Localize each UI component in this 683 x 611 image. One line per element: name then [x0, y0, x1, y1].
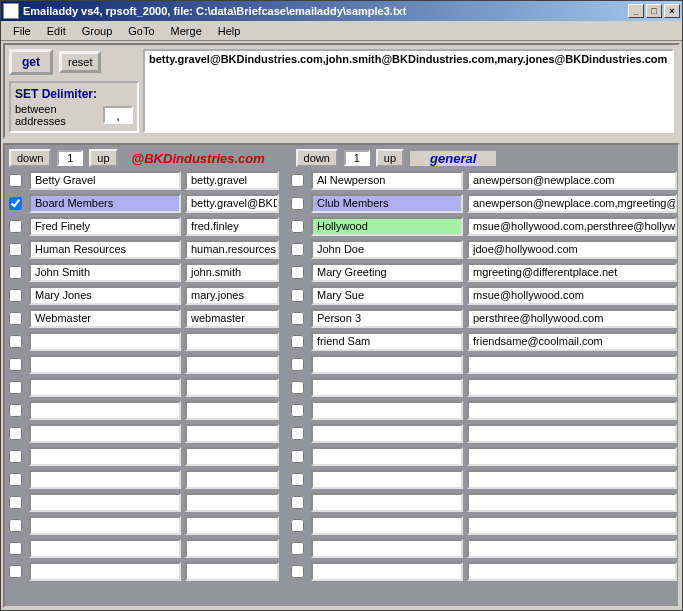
- delimiter-input[interactable]: [103, 106, 133, 124]
- row-left-name[interactable]: Board Members: [29, 194, 181, 213]
- left-down-button[interactable]: down: [9, 149, 51, 167]
- left-page-input[interactable]: [57, 150, 83, 166]
- row-right-name[interactable]: [311, 424, 463, 443]
- row-right-name[interactable]: Hollywood: [311, 217, 463, 236]
- row-left-checkbox[interactable]: [9, 496, 22, 509]
- row-left-checkbox[interactable]: [9, 565, 22, 578]
- row-right-checkbox[interactable]: [291, 450, 304, 463]
- row-right-checkbox[interactable]: [291, 220, 304, 233]
- row-right-checkbox[interactable]: [291, 381, 304, 394]
- row-right-checkbox[interactable]: [291, 404, 304, 417]
- row-left-address[interactable]: webmaster: [185, 309, 279, 328]
- row-right-address[interactable]: [467, 447, 677, 466]
- row-right-address[interactable]: friendsame@coolmail.com: [467, 332, 677, 351]
- left-up-button[interactable]: up: [89, 149, 117, 167]
- row-right-address[interactable]: anewperson@newplace.com: [467, 171, 677, 190]
- row-left-address[interactable]: [185, 539, 279, 558]
- row-left-checkbox[interactable]: [9, 197, 22, 210]
- row-left-name[interactable]: [29, 447, 181, 466]
- row-left-name[interactable]: [29, 493, 181, 512]
- row-right-checkbox[interactable]: [291, 289, 304, 302]
- row-left-name[interactable]: Webmaster: [29, 309, 181, 328]
- row-left-address[interactable]: [185, 401, 279, 420]
- row-right-address[interactable]: [467, 562, 677, 581]
- row-left-checkbox[interactable]: [9, 358, 22, 371]
- row-left-address[interactable]: human.resources: [185, 240, 279, 259]
- row-right-checkbox[interactable]: [291, 335, 304, 348]
- row-left-name[interactable]: Human Resources: [29, 240, 181, 259]
- row-right-name[interactable]: friend Sam: [311, 332, 463, 351]
- row-left-address[interactable]: [185, 378, 279, 397]
- row-left-address[interactable]: [185, 424, 279, 443]
- row-right-checkbox[interactable]: [291, 565, 304, 578]
- row-right-address[interactable]: msue@hollywood.com: [467, 286, 677, 305]
- row-right-name[interactable]: [311, 516, 463, 535]
- row-left-checkbox[interactable]: [9, 174, 22, 187]
- row-right-name[interactable]: [311, 539, 463, 558]
- row-left-checkbox[interactable]: [9, 220, 22, 233]
- right-down-button[interactable]: down: [296, 149, 338, 167]
- close-button[interactable]: ×: [664, 4, 680, 18]
- row-left-name[interactable]: [29, 332, 181, 351]
- row-right-name[interactable]: Club Members: [311, 194, 463, 213]
- row-left-checkbox[interactable]: [9, 404, 22, 417]
- row-left-address[interactable]: [185, 332, 279, 351]
- row-right-name[interactable]: John Doe: [311, 240, 463, 259]
- row-left-name[interactable]: [29, 401, 181, 420]
- row-right-checkbox[interactable]: [291, 266, 304, 279]
- row-right-name[interactable]: [311, 562, 463, 581]
- menu-edit[interactable]: Edit: [39, 23, 74, 39]
- menu-merge[interactable]: Merge: [163, 23, 210, 39]
- row-right-address[interactable]: [467, 516, 677, 535]
- row-right-address[interactable]: anewperson@newplace.com,mgreeting@dif: [467, 194, 677, 213]
- row-left-address[interactable]: betty.gravel@BKDi: [185, 194, 279, 213]
- row-left-address[interactable]: [185, 355, 279, 374]
- minimize-button[interactable]: _: [628, 4, 644, 18]
- row-right-name[interactable]: Mary Sue: [311, 286, 463, 305]
- row-right-address[interactable]: msue@hollywood.com,persthree@hollywood: [467, 217, 677, 236]
- row-right-name[interactable]: Mary Greeting: [311, 263, 463, 282]
- row-left-name[interactable]: [29, 424, 181, 443]
- row-right-name[interactable]: [311, 447, 463, 466]
- row-right-checkbox[interactable]: [291, 519, 304, 532]
- row-left-name[interactable]: [29, 562, 181, 581]
- row-left-address[interactable]: fred.finley: [185, 217, 279, 236]
- right-page-input[interactable]: [344, 150, 370, 166]
- menu-file[interactable]: File: [5, 23, 39, 39]
- row-right-checkbox[interactable]: [291, 473, 304, 486]
- row-right-checkbox[interactable]: [291, 496, 304, 509]
- row-right-address[interactable]: [467, 378, 677, 397]
- row-right-name[interactable]: [311, 493, 463, 512]
- row-left-checkbox[interactable]: [9, 427, 22, 440]
- row-left-address[interactable]: mary.jones: [185, 286, 279, 305]
- get-button[interactable]: get: [9, 49, 53, 75]
- row-right-address[interactable]: [467, 493, 677, 512]
- row-right-name[interactable]: [311, 378, 463, 397]
- row-left-checkbox[interactable]: [9, 312, 22, 325]
- row-left-checkbox[interactable]: [9, 289, 22, 302]
- row-left-name[interactable]: Fred Finely: [29, 217, 181, 236]
- row-left-checkbox[interactable]: [9, 381, 22, 394]
- row-right-address[interactable]: [467, 539, 677, 558]
- row-left-checkbox[interactable]: [9, 450, 22, 463]
- row-left-name[interactable]: [29, 355, 181, 374]
- menu-goto[interactable]: GoTo: [120, 23, 162, 39]
- row-left-checkbox[interactable]: [9, 473, 22, 486]
- row-left-checkbox[interactable]: [9, 335, 22, 348]
- row-right-name[interactable]: Person 3: [311, 309, 463, 328]
- row-left-address[interactable]: [185, 447, 279, 466]
- row-left-checkbox[interactable]: [9, 542, 22, 555]
- row-left-name[interactable]: Betty Gravel: [29, 171, 181, 190]
- reset-button[interactable]: reset: [59, 51, 101, 73]
- row-right-checkbox[interactable]: [291, 312, 304, 325]
- row-left-name[interactable]: [29, 516, 181, 535]
- row-right-address[interactable]: [467, 355, 677, 374]
- row-right-address[interactable]: [467, 401, 677, 420]
- maximize-button[interactable]: □: [646, 4, 662, 18]
- row-right-address[interactable]: persthree@hollywood.com: [467, 309, 677, 328]
- row-right-name[interactable]: [311, 401, 463, 420]
- row-right-checkbox[interactable]: [291, 174, 304, 187]
- row-left-name[interactable]: [29, 378, 181, 397]
- row-left-address[interactable]: [185, 516, 279, 535]
- output-textarea[interactable]: betty.gravel@BKDindustries.com,john.smit…: [143, 49, 674, 133]
